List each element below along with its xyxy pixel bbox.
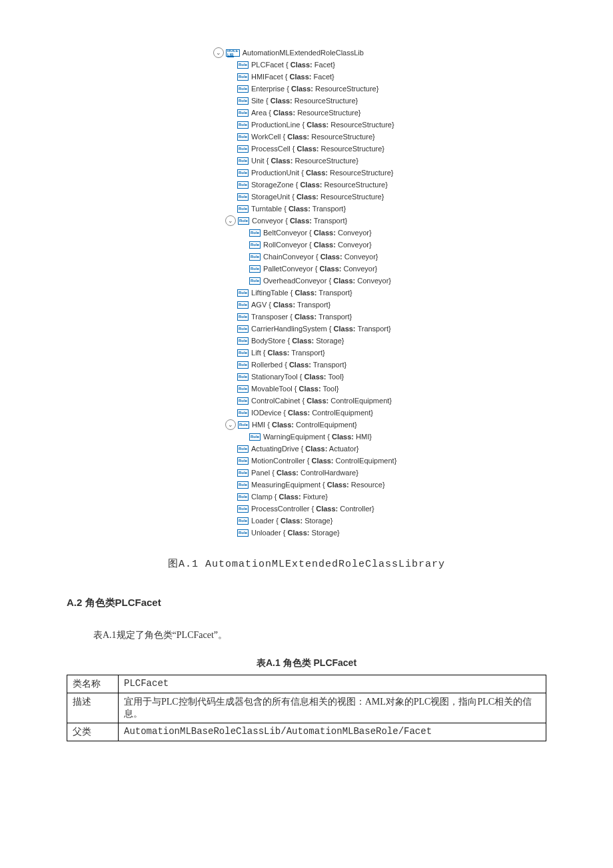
tree-root-label: AutomationMLExtendedRoleClassLib — [243, 49, 364, 57]
tree-item[interactable]: RolePalletConveyor { Class: Conveyor} — [237, 263, 586, 275]
tree-item[interactable]: Role ProductionUnit { Class: ResourceStr… — [225, 167, 586, 179]
tree-item-label: Area { Class: ResourceStructure} — [251, 109, 361, 117]
tree-item[interactable]: RoleOverheadConveyor { Class: Conveyor} — [237, 275, 586, 287]
tree-item-label: MovableTool { Class: Tool} — [251, 385, 338, 393]
tree-item-label: OverheadConveyor { Class: Conveyor} — [263, 277, 391, 285]
tree-item-label: Rollerbed { Class: Transport} — [251, 361, 346, 369]
tree-item-label: CarrierHandlingSystem { Class: Transport… — [251, 325, 391, 333]
role-badge-icon: Role — [237, 169, 249, 177]
tree-item[interactable]: ⌄ Role HMI { Class: ControlEquipment} — [225, 419, 586, 431]
tree-item-label: IODevice { Class: ControlEquipment} — [251, 409, 373, 417]
tree-item[interactable]: Role ActuatingDrive { Class: Actuator} — [225, 443, 586, 455]
table-row: 父类 AutomationMLBaseRoleClassLib/Automati… — [67, 723, 546, 741]
tree-item[interactable]: Role Unloader { Class: Storage} — [225, 527, 586, 539]
role-badge-icon: Role — [237, 157, 249, 165]
role-badge-icon: Role — [237, 301, 249, 309]
role-badge-icon: Role — [237, 505, 249, 513]
definition-table: 类名称 PLCFacet 描述 宜用于与PLC控制代码生成器包含的所有信息相关的… — [67, 675, 546, 741]
tree-item[interactable]: RoleBeltConveyor { Class: Conveyor} — [237, 227, 586, 239]
tree-item[interactable]: Role Unit { Class: ResourceStructure} — [225, 155, 586, 167]
role-badge-icon: Role — [237, 457, 249, 465]
tree-item-label: BodyStore { Class: Storage} — [251, 337, 344, 345]
tree-item[interactable]: Role StorageUnit { Class: ResourceStruct… — [225, 191, 586, 203]
tree-item[interactable]: Role ProductionLine { Class: ResourceStr… — [225, 119, 586, 131]
role-badge-icon: Role — [237, 349, 249, 357]
tree-item-label: Unloader { Class: Storage} — [251, 529, 340, 537]
tree-item-label: HMIFacet { Class: Facet} — [251, 73, 334, 81]
role-badge-icon: Role — [238, 217, 249, 225]
tree-item[interactable]: Role Panel { Class: ControlHardware} — [225, 467, 586, 479]
tree-root[interactable]: ⌄ ROLELIB AutomationMLExtendedRoleClassL… — [213, 47, 586, 59]
tree-item[interactable]: Role Lift { Class: Transport} — [225, 347, 586, 359]
chevron-down-icon[interactable]: ⌄ — [225, 419, 236, 430]
tree-item[interactable]: Role Rollerbed { Class: Transport} — [225, 359, 586, 371]
tree-item[interactable]: Role CarrierHandlingSystem { Class: Tran… — [225, 323, 586, 335]
role-badge-icon: Role — [237, 493, 249, 501]
tree-item[interactable]: Role AGV { Class: Transport} — [225, 299, 586, 311]
tree-item[interactable]: ⌄ Role Conveyor { Class: Transport} — [225, 215, 586, 227]
tree-item-label: Clamp { Class: Fixture} — [251, 493, 328, 501]
tree-item[interactable]: Role MeasuringEquipment { Class: Resourc… — [225, 479, 586, 491]
role-badge-icon: Role — [237, 145, 249, 153]
role-badge-icon: Role — [249, 229, 261, 237]
role-badge-icon: Role — [237, 73, 249, 81]
role-badge-icon: Role — [237, 481, 249, 489]
tree-item[interactable]: RoleChainConveyor { Class: Conveyor} — [237, 251, 586, 263]
tree-item[interactable]: Role StationaryTool { Class: Tool} — [225, 371, 586, 383]
tree-item[interactable]: Role LiftingTable { Class: Transport} — [225, 287, 586, 299]
role-badge-icon: Role — [238, 421, 249, 429]
role-tree: ⌄ ROLELIB AutomationMLExtendedRoleClassL… — [213, 47, 586, 539]
role-badge-icon: Role — [249, 241, 261, 249]
tree-item[interactable]: Role Clamp { Class: Fixture} — [225, 491, 586, 503]
tree-item[interactable]: Role IODevice { Class: ControlEquipment} — [225, 407, 586, 419]
tree-item[interactable]: Role Area { Class: ResourceStructure} — [225, 107, 586, 119]
tree-item[interactable]: Role Loader { Class: Storage} — [225, 515, 586, 527]
table-row: 描述 宜用于与PLC控制代码生成器包含的所有信息相关的视图：AML对象的PLC视… — [67, 693, 546, 723]
tree-item[interactable]: Role StorageZone { Class: ResourceStruct… — [225, 179, 586, 191]
tree-item[interactable]: Role MotionController { Class: ControlEq… — [225, 455, 586, 467]
chevron-down-icon[interactable]: ⌄ — [225, 215, 236, 226]
tree-item-label: PalletConveyor { Class: Conveyor} — [263, 265, 377, 273]
role-badge-icon: Role — [237, 133, 249, 141]
tree-item[interactable]: Role Turntable { Class: Transport} — [225, 203, 586, 215]
table-value: AutomationMLBaseRoleClassLib/AutomationM… — [119, 723, 546, 741]
tree-item[interactable]: Role Site { Class: ResourceStructure} — [225, 95, 586, 107]
tree-item[interactable]: Role ProcessCell { Class: ResourceStruct… — [225, 143, 586, 155]
role-badge-icon: Role — [237, 181, 249, 189]
tree-item[interactable]: Role Transposer { Class: Transport} — [225, 311, 586, 323]
tree-item-label: MeasuringEquipment { Class: Resource} — [251, 481, 385, 489]
role-badge-icon: Role — [237, 289, 249, 297]
role-badge-icon: Role — [237, 85, 249, 93]
tree-item[interactable]: Role PLCFacet { Class: Facet} — [225, 59, 586, 71]
tree-item-label: LiftingTable { Class: Transport} — [251, 289, 352, 297]
tree-item-label: Turntable { Class: Transport} — [251, 205, 346, 213]
role-badge-icon: Role — [237, 121, 249, 129]
chevron-down-icon[interactable]: ⌄ — [213, 47, 224, 58]
tree-item-label: Lift { Class: Transport} — [251, 349, 325, 357]
tree-item-label: Conveyor { Class: Transport} — [252, 217, 347, 225]
role-badge-icon: Role — [237, 61, 249, 69]
role-badge-icon: Role — [237, 97, 249, 105]
tree-item-label: Loader { Class: Storage} — [251, 517, 332, 525]
tree-item-label: BeltConveyor { Class: Conveyor} — [263, 229, 372, 237]
tree-item[interactable]: Role ControlCabinet { Class: ControlEqui… — [225, 395, 586, 407]
tree-item[interactable]: Role ProcessController { Class: Controll… — [225, 503, 586, 515]
role-badge-icon: Role — [237, 385, 249, 393]
tree-item[interactable]: Role Enterprise { Class: ResourceStructu… — [225, 83, 586, 95]
role-badge-icon: Role — [249, 277, 261, 285]
tree-item[interactable]: Role WorkCell { Class: ResourceStructure… — [225, 131, 586, 143]
tree-item[interactable]: Role MovableTool { Class: Tool} — [225, 383, 586, 395]
tree-item[interactable]: RoleRollConveyor { Class: Conveyor} — [237, 239, 586, 251]
tree-item-label: Transposer { Class: Transport} — [251, 313, 352, 321]
tree-item-label: Enterprise { Class: ResourceStructure} — [251, 85, 378, 93]
role-badge-icon: Role — [237, 469, 249, 477]
tree-item[interactable]: Role HMIFacet { Class: Facet} — [225, 71, 586, 83]
tree-item-label: MotionController { Class: ControlEquipme… — [251, 457, 396, 465]
tree-item-label: AGV { Class: Transport} — [251, 301, 330, 309]
table-value: PLCFacet — [119, 675, 546, 693]
table-key: 描述 — [67, 693, 119, 723]
tree-item[interactable]: Role BodyStore { Class: Storage} — [225, 335, 586, 347]
paragraph-text: 表A.1规定了角色类“PLCFacet”。 — [93, 629, 586, 641]
tree-item[interactable]: RoleWarningEquipment { Class: HMI} — [237, 431, 586, 443]
role-badge-icon: Role — [237, 529, 249, 537]
